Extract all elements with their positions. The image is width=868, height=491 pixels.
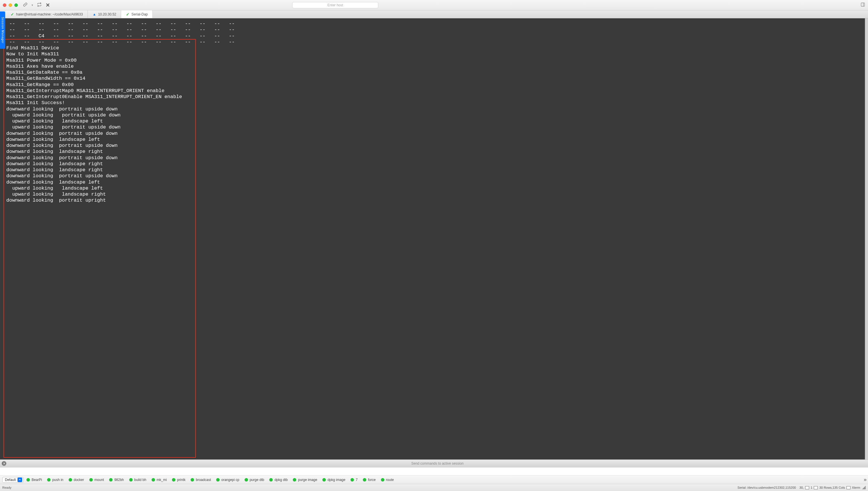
profile-label: Default [5, 478, 16, 482]
action-982bh[interactable]: 982bh [109, 478, 124, 482]
status-dot-icon [216, 478, 220, 482]
status-box-1 [805, 486, 809, 489]
status-box-2 [814, 486, 818, 489]
action-label: build bh [134, 478, 146, 482]
action-dpkg-image[interactable]: dpkg image [322, 478, 345, 482]
status-dot-icon [269, 478, 273, 482]
clear-command-icon[interactable]: ✕ [2, 461, 6, 466]
more-actions-icon[interactable]: » [864, 476, 866, 483]
status-box-3 [846, 486, 850, 489]
action-label: push in [52, 478, 63, 482]
action-label: broadcast [196, 478, 211, 482]
command-input[interactable]: Send commands to active session [9, 461, 866, 465]
chevron-down-icon[interactable]: ▾ [32, 3, 33, 7]
status-bar: Ready Serial: /dev/cu.usbmodem212302,115… [0, 484, 868, 491]
terminal-output: -- -- -- -- -- -- -- -- -- -- -- -- -- -… [6, 21, 866, 204]
check-icon: ✓ [126, 12, 130, 16]
action-force[interactable]: force [363, 478, 376, 482]
tab-label: 10.20.30.52 [98, 12, 116, 16]
resize-grip-icon[interactable] [862, 486, 866, 489]
status-dot-icon [69, 478, 72, 482]
action-label: dpkg dtb [274, 478, 288, 482]
action-bar: Default BearPipush indockermount982bhbui… [0, 475, 868, 484]
status-ready: Ready [2, 486, 11, 489]
action-dpkg-dtb[interactable]: dpkg dtb [269, 478, 288, 482]
status-dot-icon [322, 478, 326, 482]
toolbar-icons: ▾ ✕ [23, 2, 50, 8]
action-7[interactable]: 7 [350, 478, 358, 482]
action-label: 7 [356, 478, 358, 482]
tab-0[interactable]: ✓haier@virtual-machine: ~/code/Max/Ali96… [6, 10, 88, 18]
close-window-button[interactable] [3, 3, 6, 7]
session-manager-handle[interactable]: Session Manager [0, 11, 5, 49]
tab-label: haier@virtual-machine: ~/code/Max/Ali963… [16, 12, 83, 16]
status-serial: Serial: /dev/cu.usbmodem212302,115200 [737, 486, 796, 489]
status-dot-icon [89, 478, 93, 482]
minimize-window-button[interactable] [9, 3, 12, 7]
action-label: route [386, 478, 394, 482]
action-BearPi[interactable]: BearPi [26, 478, 42, 482]
loop-icon[interactable] [37, 2, 42, 8]
status-dot-icon [129, 478, 133, 482]
status-col: 1 [811, 486, 812, 489]
command-bar: ✕ Send commands to active session [0, 459, 868, 467]
action-orangepi-cp[interactable]: orangepi cp [216, 478, 239, 482]
action-broadcast[interactable]: broadcast [191, 478, 211, 482]
profile-dropdown-icon [18, 478, 22, 482]
action-printk[interactable]: printk [172, 478, 185, 482]
terminal-area[interactable]: -- -- -- -- -- -- -- -- -- -- -- -- -- -… [0, 18, 868, 459]
spacer-strip [0, 467, 868, 475]
tab-1[interactable]: ▲10.20.30.52 [88, 10, 121, 18]
action-push-in[interactable]: push in [47, 478, 63, 482]
warning-icon: ▲ [92, 12, 97, 16]
status-dot-icon [245, 478, 248, 482]
status-dot-icon [26, 478, 30, 482]
action-mk_mi[interactable]: mk_mi [152, 478, 167, 482]
status-dot-icon [293, 478, 296, 482]
status-dot-icon [191, 478, 194, 482]
panel-toggle-icon[interactable] [861, 2, 865, 8]
action-label: purge dtb [250, 478, 264, 482]
zoom-window-button[interactable] [15, 3, 18, 7]
action-label: dpkg image [327, 478, 345, 482]
tab-2[interactable]: ✓Serial-Dap [121, 10, 153, 18]
action-label: 982bh [114, 478, 124, 482]
action-label: mount [94, 478, 104, 482]
status-dot-icon [350, 478, 354, 482]
status-dot-icon [47, 478, 51, 482]
status-size: 30 Rows,135 Cols [819, 486, 845, 489]
action-label: force [368, 478, 376, 482]
action-label: BearPi [32, 478, 42, 482]
svg-rect-0 [861, 3, 865, 6]
action-label: docker [74, 478, 84, 482]
titlebar: ▾ ✕ Enter host [0, 0, 868, 10]
status-dot-icon [109, 478, 112, 482]
action-label: purge image [298, 478, 317, 482]
action-build-bh[interactable]: build bh [129, 478, 146, 482]
action-mount[interactable]: mount [89, 478, 104, 482]
action-route[interactable]: route [381, 478, 394, 482]
action-purge-dtb[interactable]: purge dtb [245, 478, 264, 482]
status-dot-icon [152, 478, 155, 482]
status-emulation: Xterm [852, 486, 860, 489]
action-label: mk_mi [157, 478, 167, 482]
status-dot-icon [363, 478, 366, 482]
action-purge-image[interactable]: purge image [293, 478, 317, 482]
action-label: printk [177, 478, 185, 482]
status-dot-icon [381, 478, 384, 482]
check-icon: ✓ [10, 12, 15, 16]
close-icon[interactable]: ✕ [46, 2, 50, 8]
host-input[interactable]: Enter host [292, 2, 378, 8]
status-dot-icon [172, 478, 175, 482]
link-icon[interactable] [23, 2, 28, 8]
action-label: orangepi cp [221, 478, 239, 482]
status-row: 30, [799, 486, 804, 489]
action-docker[interactable]: docker [69, 478, 84, 482]
window-traffic-lights [3, 3, 18, 7]
profile-selector[interactable]: Default [2, 477, 24, 483]
tab-label: Serial-Dap [132, 12, 148, 16]
tab-strip: ✓haier@virtual-machine: ~/code/Max/Ali96… [0, 10, 868, 18]
